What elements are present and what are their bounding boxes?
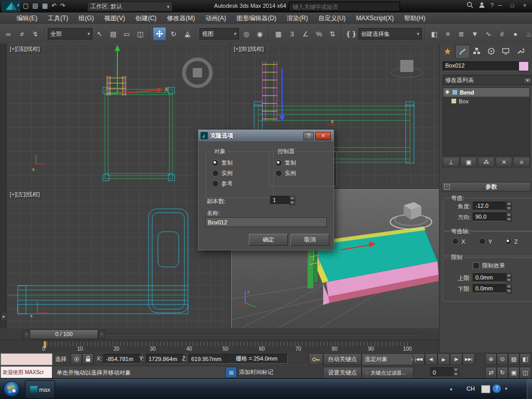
spinner-snap-button[interactable]: ⇅ bbox=[326, 28, 339, 40]
upper-limit-field[interactable]: 0.0mm bbox=[473, 273, 509, 282]
field-of-view-button[interactable]: ◧ bbox=[520, 353, 531, 365]
dialog-close-button[interactable]: × bbox=[315, 132, 331, 140]
search-icon[interactable] bbox=[467, 2, 473, 8]
menu-graph-editors[interactable]: 图形编辑器(D) bbox=[231, 14, 282, 23]
controller-copy-radio[interactable]: 复制 bbox=[275, 159, 296, 167]
configure-sets-button[interactable]: ≡ bbox=[513, 157, 530, 167]
select-by-name-button[interactable]: ▤ bbox=[107, 28, 119, 40]
remove-modifier-button[interactable]: ✕ bbox=[496, 157, 512, 167]
modifier-list-dropdown[interactable]: 修改器列表 ▾ bbox=[443, 75, 532, 85]
slider-track[interactable] bbox=[106, 334, 418, 335]
viewport-top-label[interactable]: [+][顶][线框] bbox=[10, 45, 40, 53]
lower-limit-spinner[interactable]: ▲▼ bbox=[506, 284, 512, 293]
stack-item-box[interactable]: Box bbox=[443, 97, 529, 105]
schematic-view-button[interactable]: # bbox=[496, 28, 508, 40]
maximize-viewport-button[interactable]: ▣ bbox=[508, 367, 520, 379]
tab-create[interactable] bbox=[441, 45, 455, 57]
key-filters-button[interactable]: ∿ 关键点过滤器... bbox=[362, 367, 414, 379]
selection-lock-button[interactable] bbox=[82, 353, 94, 365]
lower-limit-field[interactable]: 0.0mm bbox=[473, 284, 509, 293]
viewport-left[interactable]: [+][左][线框] x bbox=[7, 189, 230, 328]
select-and-manipulate-button[interactable]: ◉ bbox=[254, 28, 266, 40]
tray-help-icon[interactable]: ? bbox=[493, 384, 501, 393]
angle-snap-button[interactable]: ∠ bbox=[299, 28, 312, 40]
clone-name-input[interactable] bbox=[205, 217, 327, 227]
search-input[interactable] bbox=[289, 2, 400, 11]
viewport-top[interactable]: [+][顶][线框] X bbox=[7, 44, 230, 188]
edit-named-sets-button[interactable]: ❴❵ bbox=[345, 28, 357, 40]
viewport-layout-button[interactable]: ◫ bbox=[520, 367, 531, 379]
tray-chevron-icon[interactable]: ▾ bbox=[505, 386, 508, 391]
select-and-rotate-button[interactable]: ↻ bbox=[167, 28, 180, 40]
macro-recorder-line[interactable] bbox=[1, 353, 52, 365]
taskbar-3dsmax-button[interactable]: max bbox=[25, 380, 55, 399]
zoom-extents-button[interactable]: ⊙ bbox=[497, 353, 508, 365]
track-bar[interactable]: 0 10 20 30 40 50 60 70 80 90 100 bbox=[0, 340, 439, 353]
angle-field[interactable]: -12.0 bbox=[473, 202, 509, 210]
ok-button[interactable]: 确定 bbox=[249, 234, 288, 246]
save-file-icon[interactable]: ▦ bbox=[42, 2, 48, 9]
dialog-help-button[interactable]: ? bbox=[303, 132, 314, 140]
minimize-button[interactable]: ─ bbox=[495, 1, 505, 9]
layer-manager-button[interactable]: ≣ bbox=[455, 28, 468, 40]
object-copy-radio[interactable]: 复制 bbox=[212, 159, 233, 167]
menu-views[interactable]: 视图(V) bbox=[99, 14, 130, 23]
tab-display[interactable] bbox=[499, 45, 513, 57]
ime-keyboard-icon[interactable] bbox=[481, 385, 490, 393]
limit-effect-checkbox[interactable]: 限制效果 bbox=[473, 262, 505, 270]
viewport-left-label[interactable]: [+][左][线框] bbox=[10, 191, 40, 198]
redo-icon[interactable]: ↷ bbox=[60, 2, 65, 9]
menu-animation[interactable]: 动画(A) bbox=[200, 14, 231, 23]
object-name-field[interactable]: Box012 bbox=[443, 61, 520, 71]
menu-create[interactable]: 创建(C) bbox=[130, 14, 162, 23]
open-file-icon[interactable]: ▤ bbox=[32, 2, 38, 9]
material-editor-button[interactable]: ● bbox=[509, 28, 522, 40]
stack-item-bend[interactable]: Bend bbox=[443, 88, 529, 97]
menu-group[interactable]: 组(G) bbox=[73, 14, 99, 23]
tab-utilities[interactable] bbox=[513, 45, 527, 57]
use-pivot-center-button[interactable]: ◎ bbox=[240, 28, 252, 40]
copies-spinner[interactable]: ▲▼ bbox=[289, 196, 295, 205]
go-to-start-button[interactable]: |◀◀ bbox=[413, 353, 425, 365]
named-selection-set-dropdown[interactable]: 创建选择集 ▾ bbox=[358, 28, 422, 39]
align-button[interactable]: ≡ bbox=[442, 28, 454, 40]
reference-coordinate-dropdown[interactable]: 视图 ▾ bbox=[200, 28, 239, 39]
previous-frame-arrow[interactable]: ‹ bbox=[23, 330, 30, 339]
frame-spinner[interactable]: ▲▼ bbox=[453, 367, 459, 376]
set-key-mode-button[interactable]: 设置关键点 bbox=[323, 367, 362, 379]
select-and-move-button[interactable] bbox=[153, 27, 166, 41]
expand-strip-button[interactable]: ▸ bbox=[1, 312, 7, 321]
select-and-scale-button[interactable] bbox=[181, 28, 193, 40]
keyboard-shortcut-toggle[interactable]: ▦ bbox=[272, 28, 285, 40]
orbit-button[interactable]: ↻ bbox=[497, 367, 508, 379]
maximize-button[interactable]: □ bbox=[507, 1, 517, 9]
menu-modifiers[interactable]: 修改器(M) bbox=[162, 14, 200, 23]
object-instance-radio[interactable]: 实例 bbox=[212, 169, 233, 177]
new-scene-icon[interactable]: ▢ bbox=[23, 2, 29, 9]
cancel-button[interactable]: 取消 bbox=[290, 234, 329, 246]
object-color-swatch[interactable] bbox=[518, 61, 529, 71]
time-slider-handle[interactable]: 0 / 100 bbox=[30, 329, 98, 339]
start-button[interactable] bbox=[2, 380, 21, 398]
select-object-button[interactable]: ↖ bbox=[94, 28, 106, 40]
direction-field[interactable]: 90.0 bbox=[473, 212, 509, 221]
show-end-result-button[interactable]: ▣ bbox=[460, 157, 477, 167]
unlink-selection-button[interactable]: ≠ bbox=[16, 28, 28, 40]
next-frame-arrow[interactable]: › bbox=[98, 330, 105, 339]
selection-filter-dropdown[interactable]: 全部 ▾ bbox=[48, 28, 92, 39]
axis-x-radio[interactable]: X bbox=[452, 238, 465, 245]
workspace-dropdown[interactable]: 工作区: 默认 ▾ bbox=[87, 2, 172, 11]
menu-edit[interactable]: 编辑(E) bbox=[11, 14, 43, 23]
tab-motion[interactable] bbox=[484, 45, 498, 57]
tab-hierarchy[interactable] bbox=[470, 45, 484, 57]
snaps-toggle-button[interactable]: 3 bbox=[286, 28, 298, 40]
sign-in-icon[interactable] bbox=[478, 2, 485, 8]
play-button[interactable]: ▶ bbox=[437, 353, 450, 365]
rollout-parameters[interactable]: − 参数 bbox=[442, 182, 531, 192]
help-menu-icon[interactable]: ? bbox=[490, 2, 494, 8]
window-crossing-button[interactable]: ◫ bbox=[134, 28, 147, 40]
key-filter-scope-dropdown[interactable]: 选定对象 ▾ bbox=[362, 353, 417, 365]
rectangular-region-button[interactable]: ▭ bbox=[121, 28, 133, 40]
axis-z-radio[interactable]: Z bbox=[505, 238, 518, 245]
make-unique-button[interactable]: ⁂ bbox=[478, 157, 495, 167]
